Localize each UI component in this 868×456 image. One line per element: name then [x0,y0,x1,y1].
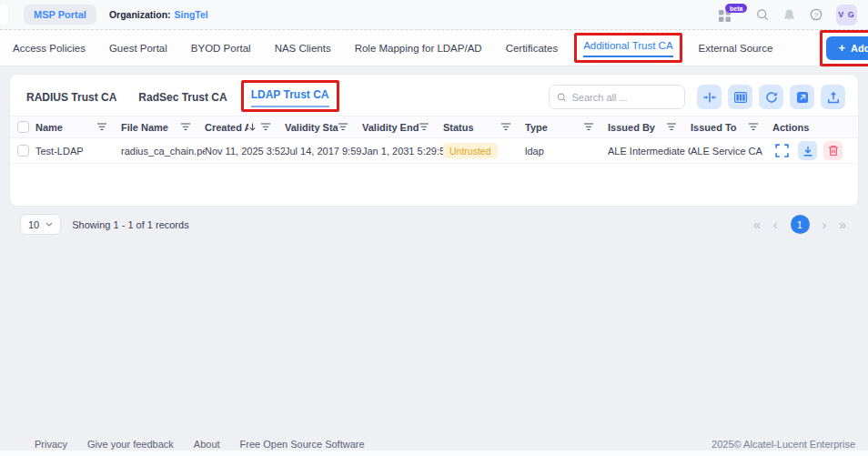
pagination-bar: 10 Showing 1 - 1 of 1 records « ‹ 1 › » [9,207,859,235]
column-header-issued-to[interactable]: Issued To [691,122,772,133]
upload-button[interactable] [821,85,845,109]
column-header-created-at[interactable]: Created At [205,122,285,133]
apps-menu-button[interactable]: beta [719,5,742,25]
annotation-box-add-trust-authority: + Add trust authority [820,30,868,66]
subtab-radsec-trust-ca[interactable]: RadSec Trust CA [138,91,227,104]
filter-icon[interactable] [97,123,106,131]
subtab-radius-trust-ca[interactable]: RADIUS Trust CA [26,91,116,104]
search-icon[interactable] [756,8,769,21]
column-header-type[interactable]: Type [525,122,608,133]
cell-issued-to: ALE Service CA [691,146,772,157]
footer-link-privacy[interactable]: Privacy [35,439,67,450]
beta-badge: beta [725,4,747,13]
tab-role-mapping-ldap-ad[interactable]: Role Mapping for LDAP/AD [355,43,482,54]
svg-text:?: ? [814,11,819,19]
footer-link-about[interactable]: About [194,439,220,450]
records-summary: Showing 1 - 1 of 1 records [72,219,188,230]
trash-icon [828,145,839,157]
filter-icon[interactable] [419,123,429,131]
current-page-button[interactable]: 1 [791,215,810,234]
footer-link-foss[interactable]: Free Open Source Software [240,439,365,450]
cell-validity-end: Jan 1, 2031 5:29:59... [362,146,443,157]
filter-icon[interactable] [667,123,676,131]
subtab-bar: RADIUS Trust CA RadSec Trust CA LDAP Tru… [26,86,331,108]
filter-icon[interactable] [501,123,510,131]
table-row[interactable]: Test-LDAP radius_ca_chain.pem Nov 11, 20… [10,138,858,164]
trust-ca-card: RADIUS Trust CA RadSec Trust CA LDAP Tru… [9,74,859,207]
table-header-row: Name File Name Created At Validity Start… [10,116,858,138]
cell-file-name: radius_ca_chain.pem [121,146,205,157]
column-header-name[interactable]: Name [35,122,121,133]
footer-link-feedback[interactable]: Give your feedback [87,439,174,450]
search-icon [557,92,567,103]
cell-name: Test-LDAP [35,146,121,157]
last-page-button[interactable]: » [839,218,846,231]
tab-nas-clients[interactable]: NAS Clients [275,43,331,54]
subtab-ldap-trust-ca[interactable]: LDAP Trust CA [251,88,329,107]
tab-guest-portal[interactable]: Guest Portal [109,43,167,54]
filter-icon[interactable] [338,123,348,131]
filter-icon[interactable] [749,123,758,131]
refresh-icon [765,91,778,104]
sidebar-handle[interactable] [0,4,8,25]
row-checkbox[interactable] [17,145,29,157]
copyright-text: 2025© Alcatel-Lucent Enterprise [712,439,855,450]
download-row-button[interactable] [798,141,817,160]
annotation-box-ldap-trust-ca: LDAP Trust CA [241,80,339,112]
tab-access-policies[interactable]: Access Policies [13,43,86,54]
help-icon[interactable]: ? [810,8,823,21]
column-header-validity-start[interactable]: Validity Start Ti... [285,122,362,133]
open-export-icon [796,91,809,104]
column-header-issued-by[interactable]: Issued By [608,122,691,133]
page-size-value: 10 [28,219,39,230]
organization-value[interactable]: SingTel [175,9,208,20]
cell-type: ldap [525,146,608,157]
cell-validity-start: Jul 14, 2017 9:59:1... [285,146,362,157]
main-tab-bar: Access Policies Guest Portal BYOD Portal… [0,30,868,66]
organization: Organization:SingTel [109,9,208,20]
select-all-checkbox[interactable] [17,121,29,133]
page-size-select[interactable]: 10 [20,214,61,235]
organization-label: Organization: [109,9,171,20]
status-badge-untrusted: Untrusted [443,143,498,158]
fit-columns-icon [703,92,716,103]
search-input[interactable] [572,92,678,103]
filter-icon[interactable] [261,123,270,131]
sort-descending-icon[interactable] [248,122,257,132]
user-avatar[interactable]: V G [836,5,857,25]
tab-byod-portal[interactable]: BYOD Portal [191,43,251,54]
prev-page-button[interactable]: ‹ [773,218,778,231]
tab-external-source[interactable]: External Source [699,43,773,54]
filter-icon[interactable] [584,123,593,131]
filter-icon[interactable] [181,123,190,131]
add-trust-authority-button[interactable]: + Add trust authority [826,36,868,60]
search-box [549,85,685,109]
fit-columns-button[interactable] [697,85,722,109]
page-content: RADIUS Trust CA RadSec Trust CA LDAP Tru… [0,66,868,235]
annotation-box-additional-trust-ca: Additional Trust CA [574,33,681,63]
cell-issued-by: ALE Intermediate CA [608,146,691,157]
next-page-button[interactable]: › [823,218,827,231]
column-header-validity-end[interactable]: Validity End Time [362,122,443,133]
msp-portal-badge[interactable]: MSP Portal [24,5,96,25]
expand-row-button[interactable] [772,141,792,160]
first-page-button[interactable]: « [753,218,761,231]
column-header-status[interactable]: Status [443,122,525,133]
column-header-file-name[interactable]: File Name [121,122,205,133]
tab-additional-trust-ca[interactable]: Additional Trust CA [583,40,672,57]
add-trust-authority-label: Add trust authority [851,43,868,54]
columns-icon [734,92,747,103]
cell-created-at: Nov 11, 2025 3:52:... [205,146,285,157]
refresh-button[interactable] [759,85,783,109]
upload-icon [827,91,840,104]
chevron-down-icon [45,222,53,227]
notifications-bell-icon[interactable] [782,8,796,22]
delete-row-button[interactable] [823,141,843,160]
column-header-actions: Actions [772,122,858,133]
table-empty-area [10,164,858,206]
top-header-bar: MSP Portal Organization:SingTel beta ? V… [0,0,868,30]
tab-certificates[interactable]: Certificates [506,43,559,54]
open-export-button[interactable] [790,85,814,109]
download-icon [802,146,813,157]
columns-button[interactable] [728,85,752,109]
